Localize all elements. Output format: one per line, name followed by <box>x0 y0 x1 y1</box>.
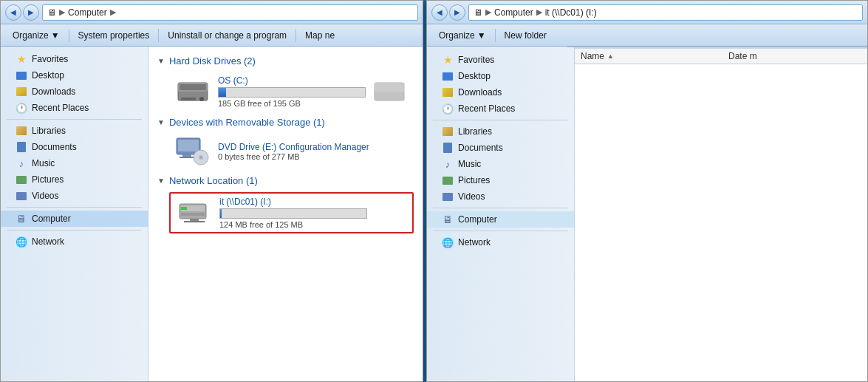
dvd-drive-info: DVD Drive (E:) Configuration Manager 0 b… <box>218 142 408 161</box>
sidebar-item-pictures-1[interactable]: Pictures <box>1 171 148 188</box>
toolbar-divider-1a <box>69 29 69 42</box>
os-drive-item[interactable]: OS (C:) 185 GB free of 195 GB <box>169 72 414 111</box>
pictures-icon-2 <box>442 174 454 186</box>
svg-rect-10 <box>180 157 194 158</box>
map-net-button[interactable]: Map ne <box>299 28 341 43</box>
back-button-2[interactable]: ◀ <box>431 4 448 21</box>
network-arrow[interactable]: ▼ <box>157 177 165 185</box>
sidebar-item-desktop-1[interactable]: Desktop <box>1 67 148 83</box>
sidebar-libraries-1[interactable]: Libraries <box>1 123 148 139</box>
sidebar-libraries-2[interactable]: Libraries <box>427 123 574 140</box>
path-separator-2b: ▶ <box>536 7 542 17</box>
favorites-label-2: Favorites <box>458 55 494 65</box>
desktop-label-1: Desktop <box>32 70 64 81</box>
path-separator-1: ▶ <box>59 7 65 17</box>
net-drive-svg <box>177 198 212 228</box>
network-drive-info: it (\\Dc01) (I:) 124 MB free of 125 MB <box>219 197 406 229</box>
path-computer-1: Computer <box>68 7 107 18</box>
nav-buttons-2: ◀ ▶ <box>431 4 465 21</box>
address-path-1[interactable]: 🖥 ▶ Computer ▶ <box>42 4 418 21</box>
downloads-icon-1 <box>16 86 27 98</box>
sidebar-favorites-1[interactable]: ★ Favorites <box>1 51 148 67</box>
dvd-svg <box>175 137 211 166</box>
svg-rect-8 <box>178 140 199 151</box>
dvd-drive-name[interactable]: DVD Drive (E:) Configuration Manager <box>218 142 408 152</box>
organize-dropdown-icon-2: ▼ <box>477 30 486 41</box>
sidebar-item-music-2[interactable]: ♪ Music <box>427 156 574 172</box>
network-icon-1: 🌐 <box>16 236 27 248</box>
col-header-date[interactable]: Date m <box>728 51 861 61</box>
videos-label-1: Videos <box>32 191 58 201</box>
organize-button-1[interactable]: Organize ▼ <box>7 28 66 43</box>
removable-title[interactable]: Devices with Removable Storage (1) <box>169 117 325 128</box>
computer-icon-2: 🖥 <box>442 214 454 225</box>
forward-button-1[interactable]: ▶ <box>23 4 39 21</box>
os-drive-fill <box>219 88 226 97</box>
libraries-label-2: Libraries <box>458 126 492 137</box>
forward-button-2[interactable]: ▶ <box>449 4 465 21</box>
main-content-1: ▼ Hard Disk Drives (2) OS (C:) <box>148 47 423 381</box>
documents-label-2: Documents <box>458 143 503 153</box>
second-drive-partial <box>373 78 408 105</box>
explorer-window-1: ◀ ▶ 🖥 ▶ Computer ▶ Organize ▼ System pro… <box>0 0 423 382</box>
empty-content-area <box>575 64 867 381</box>
desktop-icon-2 <box>442 70 454 82</box>
uninstall-button[interactable]: Uninstall or change a program <box>162 28 293 43</box>
hard-disk-title[interactable]: Hard Disk Drives (2) <box>169 55 256 66</box>
sidebar-item-downloads-1[interactable]: Downloads <box>1 83 148 100</box>
col-date-label: Date m <box>728 51 757 61</box>
organize-button-2[interactable]: Organize ▼ <box>433 28 492 43</box>
sidebar-favorites-2[interactable]: ★ Favorites <box>427 52 574 68</box>
hard-disk-arrow[interactable]: ▼ <box>157 57 165 65</box>
svg-rect-6 <box>375 83 404 92</box>
sidebar-item-music-1[interactable]: ♪ Music <box>1 155 148 171</box>
toolbar-2: Organize ▼ New folder <box>427 24 867 47</box>
network-drive-icon <box>177 198 212 228</box>
network-label-1: Network <box>32 236 64 247</box>
sidebar-item-downloads-2[interactable]: Downloads <box>427 84 574 100</box>
sidebar-item-documents-2[interactable]: Documents <box>427 140 574 156</box>
address-bar-2: ◀ ▶ 🖥 ▶ Computer ▶ it (\\Dc01) (I:) <box>427 1 867 24</box>
system-properties-button[interactable]: System properties <box>72 28 156 43</box>
new-folder-button[interactable]: New folder <box>499 28 553 43</box>
hard-disk-section-header: ▼ Hard Disk Drives (2) <box>157 55 414 66</box>
sidebar-item-pictures-2[interactable]: Pictures <box>427 172 574 188</box>
sidebar-item-desktop-2[interactable]: Desktop <box>427 68 574 84</box>
sidebar-item-computer-2[interactable]: 🖥 Computer <box>427 211 574 228</box>
sidebar-item-documents-1[interactable]: Documents <box>1 139 148 155</box>
sidebar-item-recent-2[interactable]: 🕐 Recent Places <box>427 100 574 117</box>
path-subpath-2: it (\\Dc01) (I:) <box>545 7 597 18</box>
favorites-label-1: Favorites <box>32 54 68 64</box>
sidebar-item-network-1[interactable]: 🌐 Network <box>1 233 148 250</box>
libraries-label-1: Libraries <box>32 126 66 136</box>
svg-point-3 <box>199 97 204 101</box>
sort-arrow-name: ▲ <box>607 52 614 60</box>
dvd-drive-item[interactable]: DVD Drive (E:) Configuration Manager 0 b… <box>169 134 414 169</box>
removable-arrow[interactable]: ▼ <box>157 118 165 126</box>
network-drive-name[interactable]: it (\\Dc01) (I:) <box>219 197 406 207</box>
network-title[interactable]: Network Location (1) <box>169 175 258 186</box>
libraries-icon-2 <box>442 126 454 137</box>
toolbar-divider-1c <box>295 29 296 42</box>
col-header-name[interactable]: Name ▲ <box>581 51 728 61</box>
path-computer-2: Computer <box>494 7 533 18</box>
os-drive-name[interactable]: OS (C:) <box>218 75 366 86</box>
svg-rect-18 <box>184 221 205 222</box>
address-bar-1: ◀ ▶ 🖥 ▶ Computer ▶ <box>1 1 423 24</box>
videos-label-2: Videos <box>458 191 485 202</box>
sidebar-item-recent-1[interactable]: 🕐 Recent Places <box>1 100 148 116</box>
system-properties-label: System properties <box>78 30 150 41</box>
network-drive-item[interactable]: it (\\Dc01) (I:) 124 MB free of 125 MB <box>169 192 414 233</box>
svg-rect-4 <box>181 98 196 100</box>
os-drive-icon <box>175 77 211 106</box>
back-button-1[interactable]: ◀ <box>5 4 21 21</box>
sidebar-item-network-2[interactable]: 🌐 Network <box>427 234 574 250</box>
sidebar-item-videos-2[interactable]: Videos <box>427 188 574 205</box>
removable-section-header: ▼ Devices with Removable Storage (1) <box>157 117 414 128</box>
map-net-label: Map ne <box>305 30 335 41</box>
sidebar-item-videos-1[interactable]: Videos <box>1 188 148 204</box>
address-path-2[interactable]: 🖥 ▶ Computer ▶ it (\\Dc01) (I:) <box>468 4 863 21</box>
documents-icon-1 <box>16 141 27 153</box>
sidebar-item-computer-1[interactable]: 🖥 Computer <box>1 211 148 227</box>
computer-icon-1: 🖥 <box>16 213 27 225</box>
